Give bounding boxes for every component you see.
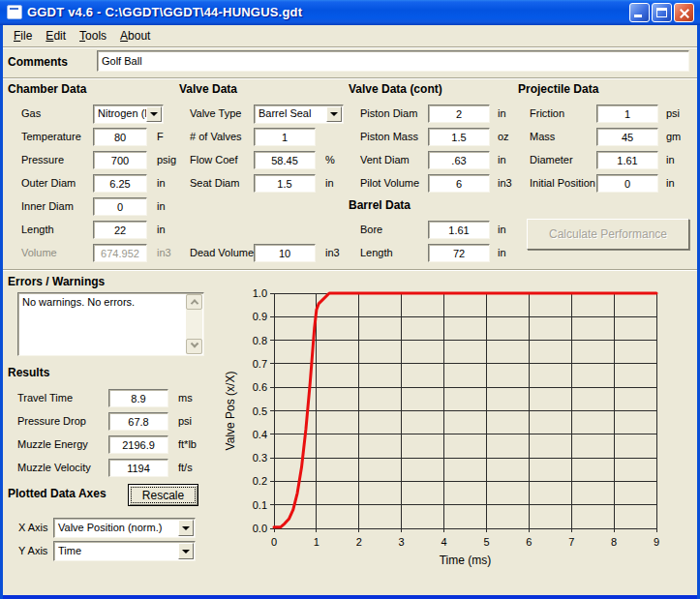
pressure-drop-unit: psi [178, 412, 192, 431]
svg-text:1: 1 [314, 536, 320, 548]
x-axis-combo-arrow[interactable] [178, 520, 194, 536]
pilot-volume-field[interactable] [428, 174, 490, 193]
menu-item-about[interactable]: About [113, 27, 157, 45]
gas-combo-arrow[interactable] [146, 106, 162, 122]
outer-diam-unit: in [157, 174, 166, 193]
rescale-button[interactable]: Rescale [128, 484, 198, 506]
piston-diam-label: Piston Diam [360, 105, 417, 123]
valve-position-curve [274, 293, 656, 527]
svg-text:0: 0 [271, 536, 277, 548]
flow-coef-field[interactable] [254, 151, 316, 169]
svg-text:5: 5 [483, 536, 489, 548]
maximize-button[interactable] [652, 3, 672, 22]
scroll-down-button[interactable] [186, 339, 202, 354]
mass-label: Mass [530, 128, 555, 146]
bore-field[interactable] [428, 221, 490, 239]
minimize-button[interactable] [629, 3, 650, 22]
svg-text:0.7: 0.7 [253, 358, 267, 370]
window-title: GGDT v4.6 - C:\GGDT\GGDT\44-HUNGUS.gdt [27, 5, 302, 19]
temperature-label: Temperature [21, 128, 81, 146]
svg-text:0.4: 0.4 [253, 429, 267, 440]
calculate-performance-button: Calculate Performance [527, 219, 689, 250]
svg-text:0.2: 0.2 [253, 475, 267, 487]
friction-field[interactable] [596, 105, 658, 123]
muzzle-velocity-label: Muzzle Velocity [17, 459, 91, 477]
temperature-field[interactable] [93, 128, 147, 146]
valve-type-combo[interactable]: Barrel Seal [254, 105, 344, 124]
chevron-up-icon [190, 299, 198, 307]
inner-diam-unit: in [157, 197, 166, 216]
travel-time-unit: ms [178, 389, 193, 407]
barrel-length-label: Length [360, 244, 393, 262]
projectile-data-title: Projectile Data [518, 82, 598, 96]
x-axis-label: X Axis [18, 519, 48, 537]
pressure-drop-field [108, 412, 168, 431]
errors-scrollbar[interactable] [186, 294, 202, 354]
errors-warnings-title: Errors / Warnings [8, 275, 105, 288]
menubar: File Edit Tools About [3, 25, 697, 46]
muzzle-energy-field [108, 435, 168, 454]
gas-label: Gas [21, 105, 41, 123]
muzzle-energy-unit: ft*lb [178, 435, 197, 454]
inner-diam-field[interactable] [93, 197, 147, 216]
barrel-length-unit: in [498, 244, 506, 262]
menu-item-tools[interactable]: Tools [73, 27, 113, 45]
y-axis-combo-arrow[interactable] [178, 543, 194, 559]
num-valves-label: # of Valves [190, 128, 242, 146]
menu-item-file[interactable]: File [7, 27, 39, 45]
volume-field [93, 244, 147, 262]
pressure-drop-label: Pressure Drop [17, 412, 86, 431]
volume-unit: in3 [157, 244, 171, 262]
svg-text:0.9: 0.9 [253, 311, 267, 322]
pressure-unit: psig [157, 151, 176, 169]
vent-diam-unit: in [498, 151, 506, 169]
maximize-icon [656, 8, 667, 17]
chamber-length-field[interactable] [93, 221, 147, 239]
valve-type-combo-arrow[interactable] [326, 106, 342, 122]
barrel-length-field[interactable] [428, 244, 490, 262]
svg-text:0.1: 0.1 [253, 499, 267, 511]
y-axis-combo[interactable]: Time [53, 541, 196, 561]
num-valves-field[interactable] [254, 128, 316, 146]
dead-volume-field[interactable] [254, 244, 316, 262]
x-axis-combo[interactable]: Valve Position (norm.) [53, 518, 196, 538]
app-window: GGDT v4.6 - C:\GGDT\GGDT\44-HUNGUS.gdt F… [0, 0, 700, 599]
close-button[interactable] [674, 3, 694, 22]
piston-diam-unit: in [498, 105, 506, 123]
vent-diam-field[interactable] [428, 151, 490, 169]
initial-position-field[interactable] [596, 174, 658, 193]
seat-diam-label: Seat Diam [190, 174, 239, 193]
svg-text:2: 2 [356, 536, 362, 548]
chevron-down-icon [182, 526, 190, 530]
pressure-field[interactable] [93, 151, 147, 169]
piston-diam-field[interactable] [428, 105, 490, 123]
scroll-up-button[interactable] [186, 294, 202, 310]
muzzle-velocity-unit: ft/s [178, 459, 193, 477]
outer-diam-field[interactable] [93, 174, 147, 193]
gas-combo[interactable]: Nitrogen (N2) [93, 105, 164, 124]
mass-field[interactable] [596, 128, 658, 146]
comments-label: Comments [8, 55, 68, 69]
flow-coef-label: Flow Coef [190, 151, 238, 169]
svg-text:9: 9 [654, 536, 659, 548]
dead-volume-label: Dead Volume [190, 244, 254, 262]
seat-diam-unit: in [325, 174, 334, 193]
seat-diam-field[interactable] [254, 174, 316, 193]
piston-mass-field[interactable] [428, 128, 490, 146]
minimize-icon [634, 15, 642, 17]
comments-separator [3, 77, 697, 79]
valve-type-combo-value: Barrel Seal [259, 107, 311, 119]
diameter-field[interactable] [596, 151, 658, 169]
bore-label: Bore [360, 221, 382, 239]
vent-diam-label: Vent Diam [360, 151, 410, 169]
valve-data-cont-title: Valve Data (cont) [349, 82, 442, 96]
pilot-volume-unit: in3 [498, 174, 512, 193]
dead-volume-unit: in3 [325, 244, 340, 262]
chart-ylabel: Valve Pos (x/X) [224, 372, 237, 451]
menu-item-edit[interactable]: Edit [39, 27, 73, 45]
app-icon [7, 5, 22, 19]
diameter-unit: in [666, 151, 675, 169]
section-separator [3, 269, 697, 271]
mass-unit: gm [666, 128, 681, 146]
comments-input[interactable] [97, 50, 689, 72]
